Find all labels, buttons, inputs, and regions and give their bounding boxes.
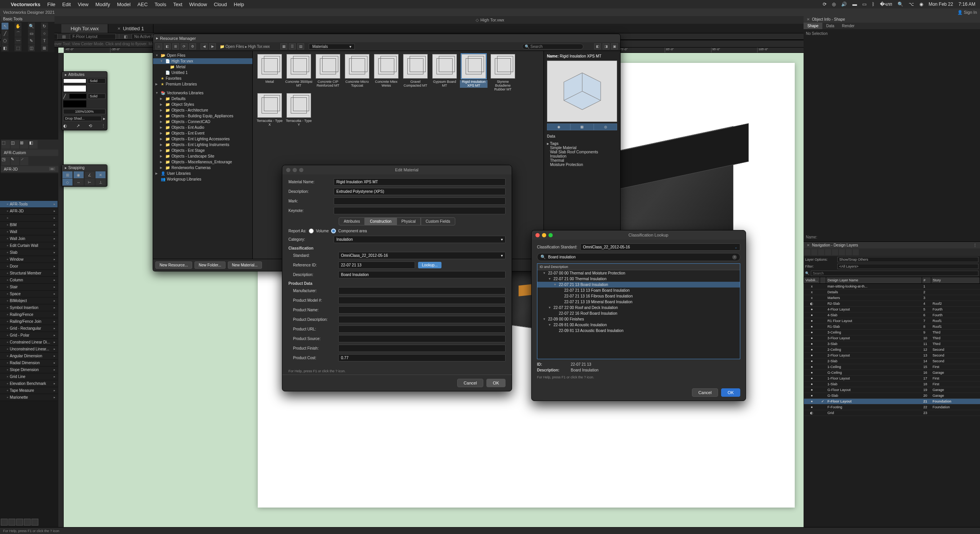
tool-icon[interactable]: ⊞	[41, 44, 48, 51]
col-number[interactable]: #	[922, 277, 931, 284]
polyline-tool[interactable]: 〰	[15, 37, 21, 44]
polygon-tool[interactable]: ⬠	[2, 37, 8, 44]
status-bluetooth-icon[interactable]: ᛒ	[872, 2, 875, 7]
layer-row[interactable]: ●1-Floor Layout17First	[804, 376, 980, 381]
tab-render[interactable]: Render	[838, 23, 858, 29]
tool-icon[interactable]: ⬚	[15, 44, 21, 51]
tool-icon[interactable]: ◧	[2, 44, 8, 51]
classification-standard-dropdown[interactable]: OmniClass_22_2012-05-16⌄	[580, 243, 740, 251]
afr-3d-tool-icon[interactable]: ✎	[11, 157, 19, 165]
pen-color-swatch[interactable]	[63, 100, 86, 107]
material-thumbnail[interactable]: Rigid Insulation XPS MT	[460, 54, 488, 92]
nav-btn-icon[interactable]	[846, 249, 852, 255]
product-cost-input[interactable]	[338, 354, 506, 361]
status-sound-icon[interactable]: 🔊	[841, 2, 847, 7]
status-control-icon[interactable]: ⌥	[909, 2, 914, 7]
rm-preview-toggle-icon[interactable]: ◨	[603, 43, 609, 49]
tab-physical[interactable]: Physical	[397, 217, 421, 225]
snap-distance-icon[interactable]: ↔	[74, 179, 84, 186]
menu-edit[interactable]: Edit	[62, 2, 71, 7]
toolset-item[interactable]: ▫Railing/Fence Join▸	[0, 318, 58, 325]
ok-button[interactable]: OK	[721, 388, 740, 397]
nav-btn-icon[interactable]	[825, 249, 831, 255]
tree-folder[interactable]: ▶📁Objects - Ent Stage	[153, 148, 252, 153]
new-material-button[interactable]: New Material...	[228, 261, 262, 269]
layer-row[interactable]: ◐R2-Slab4Roof2	[804, 301, 980, 307]
tree-folder[interactable]: ▶📁Objects - Landscape Site	[153, 153, 252, 159]
flyover-tool[interactable]: ↻	[41, 23, 48, 30]
snap-tangent-icon[interactable]: ⊥	[96, 179, 105, 186]
traffic-min-icon[interactable]	[293, 168, 297, 172]
classification-lookup-dialog[interactable]: Classification Lookup Classification Sta…	[531, 230, 746, 401]
rm-tree[interactable]: ▼📂Open Files ▼📄High Tor.vwx 📁Metal 📄Unti…	[153, 51, 253, 259]
fill-style-dropdown[interactable]: Solid	[88, 78, 105, 84]
traffic-close-icon[interactable]	[286, 168, 290, 172]
tree-folder[interactable]: ▶📁Objects - Ent Audio	[153, 125, 252, 130]
tree-folder[interactable]: ▶📁Objects - Ent Event	[153, 130, 252, 136]
tree-file-untitled[interactable]: 📄Untitled 1	[153, 70, 252, 76]
attr-icon[interactable]: ↗	[76, 123, 80, 128]
classification-node[interactable]: ▼22-09 81 00 Acoustic Insulation	[537, 322, 740, 328]
classification-node[interactable]: ▼22-07 22 00 Roof and Deck Insulation	[537, 305, 740, 311]
resource-manager-titlebar[interactable]: ▸Resource Manager	[153, 34, 620, 42]
tree-folder[interactable]: ▶📁Objects - Architecture	[153, 107, 252, 113]
afr-tool-icon[interactable]: ⊞	[20, 140, 28, 149]
toolset-item[interactable]: ▫Constrained Linear Di...▸	[0, 339, 58, 346]
status-time[interactable]: 7:16 AM	[959, 2, 975, 7]
classification-node[interactable]: ▼22-07 21 00 Thermal Insulation	[537, 276, 740, 282]
manufacturer-input[interactable]	[338, 287, 506, 294]
shadow-dropdown[interactable]: Drop Shad...	[63, 116, 102, 121]
status-search-icon[interactable]: 🔍	[898, 2, 903, 7]
tab-custom-fields[interactable]: Custom Fields	[421, 217, 455, 225]
toolset-item[interactable]: ▫AFR-Tools▸	[0, 201, 58, 208]
chevron-icon[interactable]: ▸	[103, 116, 105, 121]
tree-vw-libraries[interactable]: ▼📚Vectorworks Libraries	[153, 90, 252, 96]
menu-model[interactable]: Model	[117, 2, 130, 7]
rm-refresh-icon[interactable]: ⟳	[181, 43, 188, 49]
classification-search[interactable]: 🔍 ✕	[537, 253, 740, 261]
menu-view[interactable]: View	[78, 2, 89, 7]
rm-filter-dropdown[interactable]: Materials▾	[309, 44, 355, 49]
layer-row[interactable]: ●2-Slab14Second	[804, 358, 980, 364]
attr-icon[interactable]: ⟲	[89, 123, 92, 128]
report-area-radio[interactable]	[331, 228, 336, 233]
snap-intersect-icon[interactable]: ✕	[96, 171, 105, 178]
dock-icon[interactable]	[1, 519, 8, 526]
doc-tab-untitled[interactable]: ✕ Untitled 1	[108, 24, 153, 33]
preview-mode-icon[interactable]: ◎	[594, 123, 617, 130]
sign-in-link[interactable]: 👤 Sign In	[957, 10, 977, 15]
filter-dropdown[interactable]: <All Layers>	[837, 264, 978, 269]
layer-row[interactable]: xMarkers3	[804, 295, 980, 301]
category-dropdown[interactable]: Insulation▾	[334, 236, 506, 243]
tree-folder[interactable]: ▶📁Objects - Miscellaneous_Entourage	[153, 159, 252, 165]
menu-file[interactable]: File	[47, 2, 55, 7]
tab-attributes[interactable]: Attributes	[339, 217, 365, 225]
toolset-item[interactable]: ▫Tape Measure▸	[0, 387, 58, 394]
lookup-button[interactable]: Lookup...	[418, 262, 441, 268]
classification-node[interactable]: 22-07 21 13 13 Foam Board Insulation	[537, 288, 740, 293]
mark-input[interactable]	[334, 197, 506, 205]
toolset-item[interactable]: ▫Slab▸	[0, 249, 58, 256]
rm-view-list-icon[interactable]: ☰	[289, 43, 296, 49]
layer-row[interactable]: ●G-Ceiling16Garage	[804, 370, 980, 376]
toolset-item[interactable]: ▫Space▸	[0, 291, 58, 297]
classification-node[interactable]: 22-09 81 13 Acoustic Board Insulation	[537, 328, 740, 334]
product-url-input[interactable]	[338, 325, 506, 333]
new-resource-button[interactable]: New Resource...	[155, 261, 192, 269]
layer-field[interactable]: F-Floor Layout	[70, 34, 116, 39]
material-thumbnail[interactable]: Concrete CIP Reinforced MT	[314, 54, 342, 92]
circle-tool[interactable]: ○	[41, 30, 48, 37]
tab-construction[interactable]: Construction	[365, 217, 396, 225]
rect-tool[interactable]: ▭	[28, 30, 35, 37]
description-input[interactable]	[334, 188, 506, 195]
ok-button[interactable]: OK	[486, 379, 506, 387]
toolset-item[interactable]: ▫Angular Dimension▸	[0, 353, 58, 360]
close-icon[interactable]: ✕	[807, 17, 810, 21]
afr-tool-icon[interactable]: ◧	[29, 140, 38, 149]
material-name-input[interactable]	[334, 178, 506, 186]
afr-tool-icon[interactable]: ⬚	[2, 140, 10, 149]
status-wifi-icon[interactable]: �члп	[880, 2, 892, 7]
col-layer-name[interactable]: Design Layer Name	[826, 277, 922, 284]
snapping-palette[interactable]: ▸Snapping ⊞ ◉ ∠ ✕ ◇ ↔ ⊢ ⊥	[61, 164, 107, 187]
plane-icon[interactable]: ◧	[122, 33, 128, 39]
